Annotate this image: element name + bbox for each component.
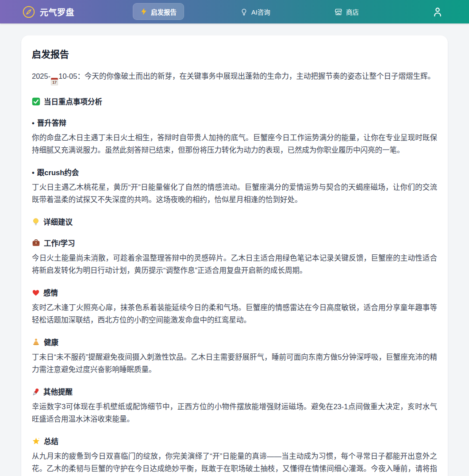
brand[interactable]: 元气罗盘 [22, 0, 74, 23]
date-rest: 10-05：今天的你像破土而出的新芽，在关键事务中展现出蓬勃的生命力，主动把握节… [58, 72, 435, 80]
report-date-line: 2025-1710-05：今天的你像破土而出的新芽，在关键事务中展现出蓬勃的生命… [32, 70, 437, 85]
zap-icon [140, 8, 147, 15]
pushpin-icon [32, 388, 40, 396]
item-heading-label: 晋升答辩 [37, 118, 66, 128]
profile-button[interactable] [431, 6, 444, 18]
date-prefix: 2025- [32, 72, 50, 80]
heart-icon [32, 289, 40, 297]
nav-item-ai[interactable]: AI咨询 [240, 0, 270, 23]
item-body: 丁火日主遇乙木桃花星，黄历“开”日能量催化了自然的情感流动。巨蟹座满分的爱情运势… [32, 181, 437, 206]
item-heading-date: • 跟crush约会 [32, 168, 437, 177]
meditation-icon [32, 338, 40, 346]
section-heading-label: 当日重点事项分析 [44, 97, 102, 107]
bullet: • [32, 168, 35, 177]
briefcase-icon [32, 239, 40, 247]
section-heading-key-events: 当日重点事项分析 [32, 97, 437, 107]
item-heading-work: 工作/学习 [32, 238, 437, 248]
calendar-icon: 17 [51, 78, 58, 85]
star-icon [32, 437, 40, 445]
item-heading-summary: 总结 [32, 437, 437, 446]
item-body: 丁未日“未不服药”提醒避免夜间摄入刺激性饮品。乙木日主需要舒展肝气，睡前可面向东… [32, 351, 437, 376]
report-card: 启发报告 2025-1710-05：今天的你像破土而出的新芽，在关键事务中展现出… [21, 35, 448, 476]
nav-item-report[interactable]: 启发报告 [133, 3, 184, 20]
store-icon [334, 8, 342, 16]
top-nav-bar: 元气罗盘 启发报告 AI咨询 商店 [0, 0, 469, 23]
item-heading-health: 健康 [32, 338, 437, 347]
item-heading-label: 其他提醒 [43, 387, 73, 397]
lightbulb-icon [32, 218, 40, 226]
nav-item-ai-label: AI咨询 [251, 7, 270, 16]
user-icon [432, 6, 443, 18]
section-heading-label: 详细建议 [43, 217, 73, 227]
nav-item-shop-label: 商店 [346, 7, 359, 16]
item-heading-promotion: • 晋升答辩 [32, 118, 437, 128]
item-heading-other: 其他提醒 [32, 387, 437, 397]
brand-name: 元气罗盘 [40, 6, 74, 18]
item-heading-love: 感情 [32, 288, 437, 298]
section-heading-advice: 详细建议 [32, 217, 437, 227]
item-body: 你的命盘乙木日主遇丁未日火土相生，答辩时自带贵人加持的底气。巨蟹座今日工作运势满… [32, 131, 437, 156]
item-heading-label: 总结 [44, 437, 58, 446]
compass-icon [22, 5, 35, 19]
page-title: 启发报告 [32, 47, 437, 60]
nav-item-report-label: 启发报告 [151, 7, 177, 16]
item-heading-label: 感情 [43, 288, 58, 298]
check-icon [32, 97, 40, 106]
item-body: 亥时乙木逢丁火照亮心扉，抹茶色系着装能延续今日的柔和气场。巨蟹座的情感雷达在今日… [32, 301, 437, 326]
item-heading-label: 健康 [44, 338, 58, 347]
item-heading-label: 跟crush约会 [37, 168, 79, 177]
item-body: 今日火土能量尚未消散，可趁着余温整理答辩中的灵感碎片。乙木日主适合用绿色笔记本记… [32, 252, 437, 276]
item-heading-label: 工作/学习 [44, 238, 75, 248]
bullet: • [32, 118, 35, 128]
lightbulb-outline-icon [240, 8, 248, 16]
item-body: 幸运数字3可体现在手机壁纸或配饰细节中，正西方位的小物件摆放能增强财运磁场。避免… [32, 400, 437, 425]
nav-item-shop[interactable]: 商店 [334, 0, 359, 23]
item-body: 从九月末的疲惫到今日双喜临门的绽放，你完美演绎了“开”日能量的真谛——当主动成为… [32, 450, 437, 476]
